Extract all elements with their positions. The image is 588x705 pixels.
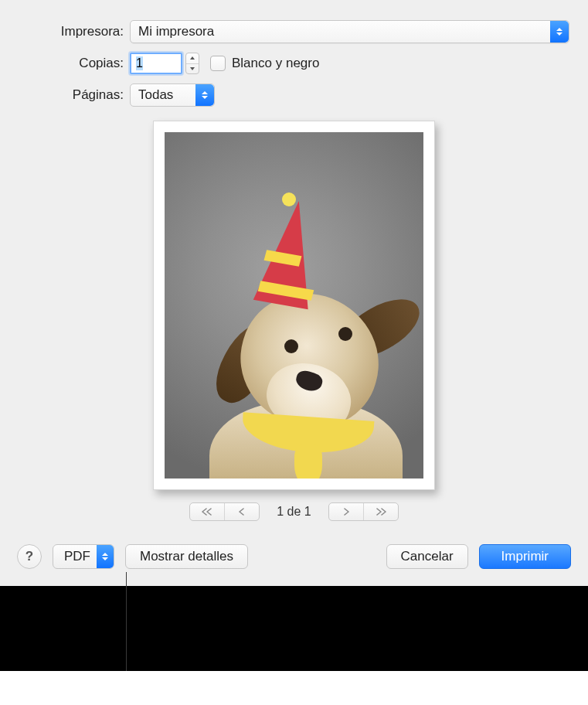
show-details-button[interactable]: Mostrar detalles xyxy=(125,544,248,569)
preview-page xyxy=(153,121,435,490)
printer-row: Impresora: Mi impresora xyxy=(0,20,588,43)
annotation-area xyxy=(0,586,588,671)
chevron-left-icon xyxy=(238,508,246,516)
printer-select[interactable]: Mi impresora xyxy=(130,20,569,43)
print-button[interactable]: Imprimir xyxy=(479,544,571,569)
print-label: Imprimir xyxy=(501,549,549,564)
nav-forward-group xyxy=(328,502,399,521)
chevron-right-icon xyxy=(342,508,350,516)
updown-icon xyxy=(195,84,214,106)
prev-page-button[interactable] xyxy=(224,503,259,520)
preview-area: 1 de 1 xyxy=(0,121,588,521)
updown-icon xyxy=(550,21,569,43)
print-dialog: Impresora: Mi impresora Copias: Blanco y… xyxy=(0,0,588,586)
help-icon: ? xyxy=(25,549,33,564)
pages-label: Páginas: xyxy=(0,87,130,103)
black-footer xyxy=(0,586,588,671)
cancel-button[interactable]: Cancelar xyxy=(386,544,468,569)
pdf-label: PDF xyxy=(64,549,90,564)
last-page-button[interactable] xyxy=(363,503,398,520)
next-page-button[interactable] xyxy=(329,503,363,520)
cancel-label: Cancelar xyxy=(401,549,454,564)
pages-row: Páginas: Todas xyxy=(0,83,588,107)
show-details-label: Mostrar detalles xyxy=(140,549,233,564)
chevron-down-icon xyxy=(190,67,195,70)
bw-label: Blanco y negro xyxy=(232,56,319,71)
page-nav: 1 de 1 xyxy=(189,502,398,521)
annotation-pointer-line xyxy=(126,586,127,671)
page-counter: 1 de 1 xyxy=(277,505,311,519)
copies-row: Copias: Blanco y negro xyxy=(0,53,588,74)
pdf-menu-button[interactable]: PDF xyxy=(53,544,114,569)
copies-stepper[interactable] xyxy=(185,53,199,74)
preview-image xyxy=(165,132,423,479)
pages-select[interactable]: Todas xyxy=(130,83,215,107)
help-button[interactable]: ? xyxy=(17,544,42,569)
chevrons-left-icon xyxy=(201,508,213,516)
pages-select-value: Todas xyxy=(138,87,173,103)
first-page-button[interactable] xyxy=(190,503,224,520)
stepper-down-button[interactable] xyxy=(186,64,199,74)
chevron-up-icon xyxy=(190,56,195,60)
annotation-pointer-line xyxy=(126,572,127,586)
stepper-up-button[interactable] xyxy=(186,53,199,64)
bw-checkbox[interactable] xyxy=(210,56,226,71)
nav-back-group xyxy=(189,502,260,521)
copies-label: Copias: xyxy=(0,56,130,71)
bottom-bar: ? PDF Mostrar detalles Cancelar Imprimir xyxy=(0,544,588,569)
copies-input[interactable] xyxy=(130,53,182,74)
printer-label: Impresora: xyxy=(0,24,130,39)
chevrons-right-icon xyxy=(375,508,387,516)
printer-select-value: Mi impresora xyxy=(138,24,214,39)
updown-icon xyxy=(97,545,114,568)
